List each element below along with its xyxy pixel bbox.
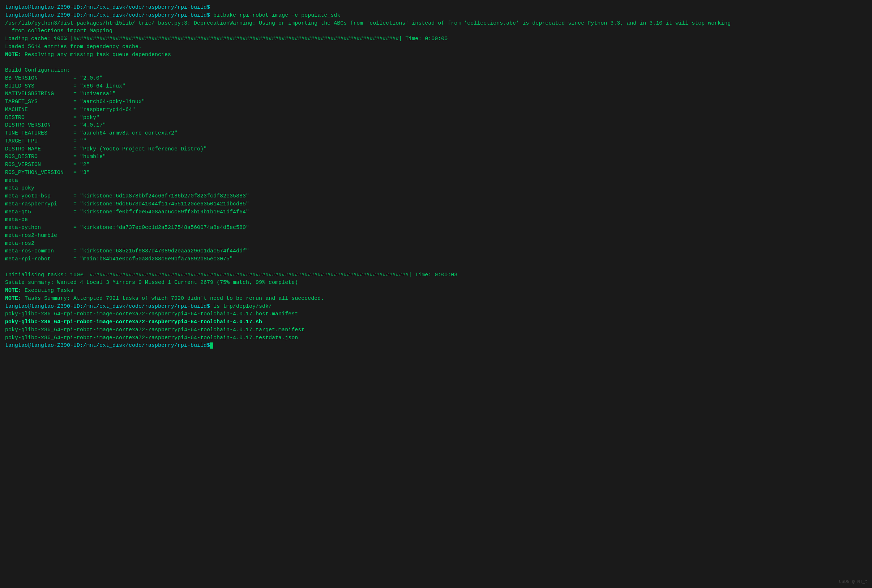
terminal-line-l29: meta-python = "kirkstone:fda737ec0cc1d2a… [5, 224, 867, 232]
normal-text: DISTRO_VERSION = "4.0.17" [5, 122, 106, 128]
terminal-line-l16: DISTRO_VERSION = "4.0.17" [5, 122, 867, 129]
normal-text: TUNE_FEATURES = "aarch64 armv8a crc cort… [5, 130, 177, 136]
terminal-line-l42: poky-glibc-x86_64-rpi-robot-image-cortex… [5, 326, 867, 334]
terminal-line-l14: MACHINE = "raspberrypi4-64" [5, 106, 867, 114]
terminal-line-l44: tangtao@tangtao-Z390-UD:/mnt/ext_disk/co… [5, 342, 867, 350]
terminal-line-l31: meta-ros2 [5, 240, 867, 248]
normal-text: meta-raspberrypi = "kirkstone:9dc6673d41… [5, 201, 249, 207]
terminal-line-l32: meta-ros-common = "kirkstone:685215f9837… [5, 248, 867, 255]
terminal-line-l33: meta-rpi-robot = "main:b84b41e0ccf50a8d2… [5, 255, 867, 263]
normal-text: Loaded 5614 entries from dependency cach… [5, 44, 142, 50]
terminal-line-l24: meta-poky [5, 184, 867, 192]
terminal-line-l25: meta-yocto-bsp = "kirkstone:6d1a878bbf24… [5, 192, 867, 200]
terminal-line-l37: NOTE: Executing Tasks [5, 287, 867, 295]
watermark: CSDN @TNT_t [839, 579, 868, 585]
terminal-line-l8 [5, 58, 867, 66]
command-text: ls tmp/deploy/sdk/ [210, 303, 272, 309]
normal-text: meta-yocto-bsp = "kirkstone:6d1a878bbf24… [5, 193, 249, 199]
terminal-line-l30: meta-ros2-humble [5, 232, 867, 240]
terminal-line-l28: meta-oe [5, 216, 867, 224]
terminal-line-l39: tangtao@tangtao-Z390-UD:/mnt/ext_disk/co… [5, 303, 867, 310]
normal-text: meta-ros-common = "kirkstone:685215f9837… [5, 248, 249, 254]
normal-text: DISTRO_NAME = "Poky (Yocto Project Refer… [5, 146, 207, 152]
terminal-line-l1: tangtao@tangtao-Z390-UD:/mnt/ext_disk/co… [5, 4, 867, 12]
terminal-line-l26: meta-raspberrypi = "kirkstone:9dc6673d41… [5, 200, 867, 208]
terminal-line-l10: BB_VERSION = "2.0.0" [5, 75, 867, 82]
normal-text: meta-ros2-humble [5, 232, 57, 238]
normal-text: meta-python = "kirkstone:fda737ec0cc1d2a… [5, 225, 249, 231]
normal-text: BB_VERSION = "2.0.0" [5, 75, 103, 81]
terminal-line-l41: poky-glibc-x86_64-rpi-robot-image-cortex… [5, 318, 867, 326]
terminal-line-l3: /usr/lib/python3/dist-packages/html5lib/… [5, 20, 867, 27]
normal-text: meta-oe [5, 217, 28, 223]
normal-text: MACHINE = "raspberrypi4-64" [5, 106, 135, 113]
terminal-line-l21: ROS_VERSION = "2" [5, 161, 867, 169]
terminal-line-l34 [5, 263, 867, 271]
terminal-line-l13: TARGET_SYS = "aarch64-poky-linux" [5, 98, 867, 106]
normal-text: poky-glibc-x86_64-rpi-robot-image-cortex… [5, 335, 298, 341]
normal-text: DISTRO = "poky" [5, 115, 99, 121]
note-text: Executing Tasks [21, 288, 73, 294]
note-text: Resolving any missing task queue depende… [21, 52, 171, 58]
prompt-text: tangtao@tangtao-Z390-UD:/mnt/ext_disk/co… [5, 303, 210, 309]
prompt-text: tangtao@tangtao-Z390-UD:/mnt/ext_disk/co… [5, 342, 210, 349]
normal-text: from collections import Mapping [5, 28, 112, 34]
normal-text: Initialising tasks: 100% |##############… [5, 272, 457, 278]
normal-text: TARGET_FPU = "" [5, 138, 86, 144]
normal-text: Sstate summary: Wanted 4 Local 3 Mirrors… [5, 279, 298, 286]
normal-text: TARGET_SYS = "aarch64-poky-linux" [5, 99, 145, 105]
normal-text: ROS_VERSION = "2" [5, 162, 90, 168]
terminal-line-l35: Initialising tasks: 100% |##############… [5, 271, 867, 279]
terminal-window: tangtao@tangtao-Z390-UD:/mnt/ext_disk/co… [0, 0, 872, 588]
bright-text: poky-glibc-x86_64-rpi-robot-image-cortex… [5, 319, 262, 325]
normal-text: meta-qt5 = "kirkstone:fe0bf7f0e5408aac6c… [5, 209, 249, 215]
normal-text: poky-glibc-x86_64-rpi-robot-image-cortex… [5, 327, 304, 333]
terminal-line-l17: TUNE_FEATURES = "aarch64 armv8a crc cort… [5, 129, 867, 137]
normal-text: NATIVELSBSTRING = "universal" [5, 91, 116, 97]
note-label: NOTE: [5, 288, 21, 294]
terminal-line-l15: DISTRO = "poky" [5, 114, 867, 122]
terminal-line-l11: BUILD_SYS = "x86_64-linux" [5, 82, 867, 90]
note-label: NOTE: [5, 296, 21, 302]
terminal-line-l20: ROS_DISTRO = "humble" [5, 153, 867, 161]
terminal-line-l9: Build Configuration: [5, 66, 867, 75]
prompt-text: tangtao@tangtao-Z390-UD:/mnt/ext_disk/co… [5, 12, 210, 18]
terminal-line-l4: from collections import Mapping [5, 27, 867, 35]
command-text: bitbake rpi-robot-image -c populate_sdk [210, 12, 340, 18]
terminal-line-l7: NOTE: Resolving any missing task queue d… [5, 51, 867, 59]
normal-text: /usr/lib/python3/dist-packages/html5lib/… [5, 20, 731, 26]
terminal-line-l5: Loading cache: 100% |###################… [5, 35, 867, 43]
normal-text: Build Configuration: [5, 67, 70, 74]
normal-text: ROS_DISTRO = "humble" [5, 154, 106, 160]
normal-text: poky-glibc-x86_64-rpi-robot-image-cortex… [5, 311, 298, 317]
terminal-line-l38: NOTE: Tasks Summary: Attempted 7921 task… [5, 295, 867, 303]
terminal-line-l36: Sstate summary: Wanted 4 Local 3 Mirrors… [5, 279, 867, 287]
terminal-line-l2: tangtao@tangtao-Z390-UD:/mnt/ext_disk/co… [5, 12, 867, 20]
terminal-line-l19: DISTRO_NAME = "Poky (Yocto Project Refer… [5, 146, 867, 153]
normal-text: meta-poky [5, 185, 34, 191]
normal-text: meta-ros2 [5, 240, 34, 247]
terminal-line-l12: NATIVELSBSTRING = "universal" [5, 90, 867, 98]
normal-text: BUILD_SYS = "x86_64-linux" [5, 83, 126, 89]
terminal-line-l6: Loaded 5614 entries from dependency cach… [5, 43, 867, 51]
prompt-text: tangtao@tangtao-Z390-UD:/mnt/ext_disk/co… [5, 4, 210, 10]
normal-text: meta [5, 177, 18, 184]
normal-text: Loading cache: 100% |###################… [5, 36, 448, 42]
terminal-line-l22: ROS_PYTHON_VERSION = "3" [5, 169, 867, 177]
normal-text: meta-rpi-robot = "main:b84b41e0ccf50a8d2… [5, 256, 233, 262]
terminal-line-l23: meta [5, 177, 867, 185]
terminal-line-l18: TARGET_FPU = "" [5, 137, 867, 146]
terminal-line-l43: poky-glibc-x86_64-rpi-robot-image-cortex… [5, 334, 867, 342]
note-text: Tasks Summary: Attempted 7921 tasks of w… [21, 296, 324, 302]
terminal-line-l40: poky-glibc-x86_64-rpi-robot-image-cortex… [5, 310, 867, 318]
note-label: NOTE: [5, 52, 21, 58]
cursor [210, 342, 213, 349]
normal-text: ROS_PYTHON_VERSION = "3" [5, 170, 90, 176]
terminal-line-l27: meta-qt5 = "kirkstone:fe0bf7f0e5408aac6c… [5, 208, 867, 216]
